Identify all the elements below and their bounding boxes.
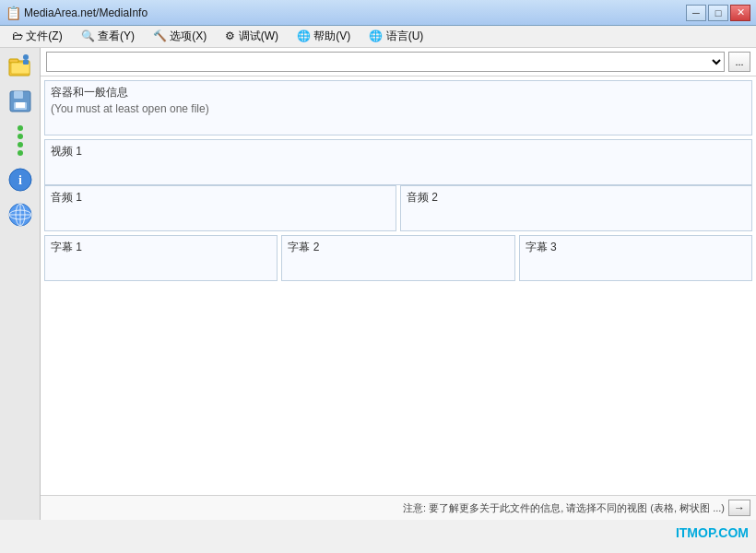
sidebar: i (0, 48, 41, 520)
maximize-button[interactable]: □ (708, 5, 728, 21)
dot-2 (18, 134, 23, 139)
close-button[interactable]: ✕ (730, 5, 750, 21)
sidebar-open-folder-icon[interactable] (6, 52, 35, 81)
subtitle-3-header: 字幕 3 (526, 240, 746, 255)
dot-4 (18, 150, 23, 156)
app-icon: 📋 (6, 6, 20, 20)
file-dropdown[interactable] (46, 52, 725, 72)
window-controls: ─ □ ✕ (686, 5, 750, 21)
menu-file[interactable]: 🗁 文件(Z) (4, 26, 71, 47)
svg-rect-4 (23, 60, 29, 65)
more-button[interactable]: ... (728, 52, 750, 72)
video-section: 视频 1 (44, 139, 752, 185)
audio-1-header: 音频 1 (51, 190, 390, 206)
content-area: ... 容器和一般信息 (You must at least open one … (41, 48, 756, 520)
container-section: 容器和一般信息 (You must at least open one file… (44, 80, 752, 135)
sidebar-save-icon[interactable] (6, 87, 35, 116)
title-text: MediaArea.net/MediaInfo (24, 6, 686, 19)
note-bar: 注意: 要了解更多关于此文件的信息, 请选择不同的视图 (表格, 树状图 ...… (41, 495, 756, 520)
main-layout: i ... 容器和一般信息 (Yo (0, 48, 756, 520)
menu-help[interactable]: 🌐 帮助(V) (289, 26, 359, 47)
menu-debug[interactable]: ⚙ 调试(W) (217, 26, 287, 47)
subtitle-2-header: 字幕 2 (288, 240, 508, 255)
menu-view[interactable]: 🔍 查看(Y) (73, 26, 143, 47)
sections-area: 容器和一般信息 (You must at least open one file… (41, 76, 756, 495)
info-bar: ... (41, 48, 756, 76)
svg-point-3 (23, 54, 29, 60)
audio-section-2: 音频 2 (400, 185, 752, 231)
dot-3 (18, 142, 23, 147)
title-bar: 📋 MediaArea.net/MediaInfo ─ □ ✕ (0, 0, 756, 26)
minimize-button[interactable]: ─ (686, 5, 706, 21)
subtitle-section-2: 字幕 2 (281, 235, 514, 281)
sidebar-status-dots (14, 122, 27, 159)
menu-options[interactable]: 🔨 选项(X) (145, 26, 215, 47)
video-section-header: 视频 1 (51, 144, 746, 159)
audio-row: 音频 1 音频 2 (44, 185, 752, 231)
watermark: ITMOP.COM (676, 525, 749, 540)
container-section-header: 容器和一般信息 (51, 85, 746, 100)
subtitle-section-3: 字幕 3 (519, 235, 752, 281)
svg-text:i: i (18, 173, 22, 187)
note-text: 注意: 要了解更多关于此文件的信息, 请选择不同的视图 (表格, 树状图 ...… (403, 501, 725, 515)
svg-rect-6 (14, 91, 23, 99)
subtitle-1-header: 字幕 1 (51, 240, 271, 255)
sidebar-globe-icon[interactable] (6, 200, 35, 229)
subtitle-row: 字幕 1 字幕 2 字幕 3 (44, 235, 752, 281)
svg-rect-8 (16, 102, 25, 108)
svg-rect-1 (9, 59, 18, 63)
audio-2-header: 音频 2 (407, 190, 746, 206)
subtitle-section-1: 字幕 1 (44, 235, 278, 281)
note-navigate-button[interactable]: → (728, 500, 750, 516)
menu-bar: 🗁 文件(Z) 🔍 查看(Y) 🔨 选项(X) ⚙ 调试(W) 🌐 帮助(V) … (0, 26, 756, 48)
dot-1 (18, 125, 23, 131)
container-section-subtext: (You must at least open one file) (51, 102, 746, 115)
audio-section-1: 音频 1 (44, 185, 396, 231)
menu-lang[interactable]: 🌐 语言(U) (360, 26, 431, 47)
sidebar-info-icon[interactable]: i (6, 165, 35, 194)
